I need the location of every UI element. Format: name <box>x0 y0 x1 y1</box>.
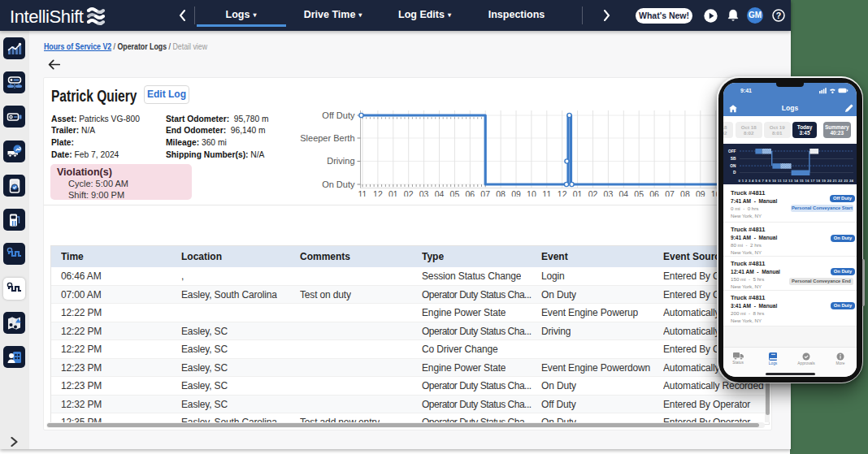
svg-text:03: 03 <box>604 189 614 197</box>
svg-text:?: ? <box>776 11 781 20</box>
svg-text:08: 08 <box>680 189 690 197</box>
svg-text:12: 12 <box>558 189 567 197</box>
svg-text:03: 03 <box>419 189 429 197</box>
svg-text:02: 02 <box>404 189 414 197</box>
svg-text:02: 02 <box>588 189 598 197</box>
svg-text:SB: SB <box>731 157 736 161</box>
svg-text:On Duty: On Duty <box>322 179 355 189</box>
svg-text:09: 09 <box>696 189 705 197</box>
svg-text:05: 05 <box>450 189 460 197</box>
svg-text:05: 05 <box>634 189 644 197</box>
svg-text:11: 11 <box>542 189 551 197</box>
svg-text:Off Duty: Off Duty <box>322 110 355 120</box>
svg-text:Sleeper Berth: Sleeper Berth <box>300 133 354 143</box>
svg-text:11: 11 <box>358 189 367 197</box>
svg-text:07: 07 <box>665 189 675 197</box>
svg-text:06: 06 <box>649 189 659 197</box>
svg-text:06: 06 <box>465 189 475 197</box>
svg-text:ON: ON <box>730 164 736 168</box>
svg-text:12: 12 <box>373 189 383 197</box>
svg-text:04: 04 <box>435 189 445 197</box>
svg-text:01: 01 <box>388 189 398 197</box>
svg-text:OFF: OFF <box>728 149 736 153</box>
svg-text:0 1 2 3 4 5 6 7 8 9 10 11 12 1: 0 1 2 3 4 5 6 7 8 9 10 11 12 13 14 15 16… <box>739 179 854 183</box>
svg-text:01: 01 <box>573 189 583 197</box>
svg-text:09: 09 <box>511 189 521 197</box>
svg-text:08: 08 <box>496 189 506 197</box>
svg-text:10: 10 <box>527 189 536 197</box>
svg-text:Driving: Driving <box>327 156 354 166</box>
svg-text:D: D <box>733 171 736 175</box>
svg-text:04: 04 <box>618 189 628 197</box>
svg-text:07: 07 <box>480 189 490 197</box>
